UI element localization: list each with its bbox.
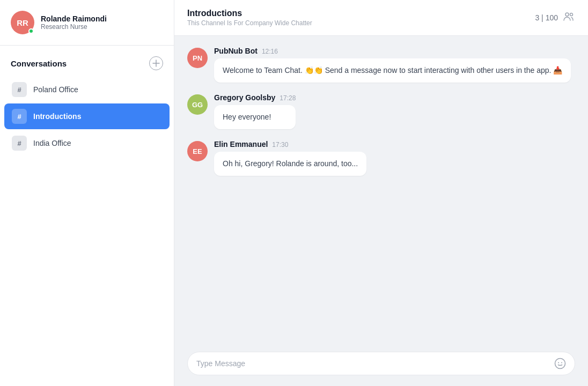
avatar: EE xyxy=(187,141,208,161)
channel-hash-icon: # xyxy=(12,136,27,151)
channel-description: This Channel Is For Company Wide Chatter xyxy=(187,19,312,27)
message-time: 12:16 xyxy=(262,48,278,55)
svg-point-5 xyxy=(558,362,559,363)
message-content: Elin Emmanuel 17:30 Oh hi, Gregory! Rola… xyxy=(214,140,366,176)
user-name: Rolande Raimondi xyxy=(41,14,107,23)
chat-header-left: Introductions This Channel Is For Compan… xyxy=(187,9,312,27)
message-bubble: Welcome to Team Chat. 👏👏 Send a message … xyxy=(214,58,571,83)
svg-point-3 xyxy=(570,13,573,16)
channel-item-india-office[interactable]: # India Office xyxy=(4,130,170,156)
online-indicator xyxy=(28,28,34,34)
svg-point-4 xyxy=(555,359,565,369)
plus-icon xyxy=(152,60,160,67)
message-bubble: Oh hi, Gregory! Rolande is around, too..… xyxy=(214,152,366,176)
svg-point-2 xyxy=(565,13,569,16)
chat-header: Introductions This Channel Is For Compan… xyxy=(174,0,588,36)
member-count: 3 | 100 xyxy=(535,13,558,22)
emoji-icon xyxy=(554,358,566,369)
svg-point-6 xyxy=(561,362,562,363)
avatar: RR xyxy=(11,11,34,34)
chat-header-right: 3 | 100 xyxy=(535,10,575,26)
messages-area: PN PubNub Bot 12:16 Welcome to Team Chat… xyxy=(174,36,588,343)
sidebar: RR Rolande Raimondi Research Nurse Conve… xyxy=(0,0,174,386)
channel-name: India Office xyxy=(33,139,71,147)
message-row: GG Gregory Goolsby 17:28 Hey everyone! xyxy=(187,93,575,129)
conversations-header: Conversations xyxy=(0,46,174,77)
avatar-initials: PN xyxy=(193,54,202,62)
message-meta: PubNub Bot 12:16 xyxy=(214,47,571,55)
main-chat: Introductions This Channel Is For Compan… xyxy=(174,0,588,386)
message-input[interactable] xyxy=(196,359,550,368)
avatar-initials: EE xyxy=(193,147,202,155)
channel-item-poland-office[interactable]: # Poland Office xyxy=(4,77,170,102)
channel-name: Introductions xyxy=(33,112,81,121)
channel-list: # Poland Office # Introductions # India … xyxy=(0,77,174,156)
message-sender: Elin Emmanuel xyxy=(214,140,268,149)
members-icon xyxy=(562,10,575,26)
message-meta: Elin Emmanuel 17:30 xyxy=(214,140,366,149)
avatar: GG xyxy=(187,94,208,115)
add-conversation-button[interactable] xyxy=(149,56,163,70)
channel-title: Introductions xyxy=(187,9,312,18)
message-content: Gregory Goolsby 17:28 Hey everyone! xyxy=(214,93,296,129)
user-info: Rolande Raimondi Research Nurse xyxy=(41,14,107,31)
avatar-initials: RR xyxy=(17,18,28,27)
message-time: 17:30 xyxy=(272,141,288,149)
channel-item-introductions[interactable]: # Introductions xyxy=(4,103,170,129)
avatar-initials: GG xyxy=(192,101,203,109)
message-bubble: Hey everyone! xyxy=(214,105,296,129)
message-meta: Gregory Goolsby 17:28 xyxy=(214,93,296,102)
channel-hash-icon: # xyxy=(12,109,27,124)
message-time: 17:28 xyxy=(280,94,296,102)
conversations-title: Conversations xyxy=(11,59,67,68)
emoji-button[interactable] xyxy=(554,358,566,369)
message-sender: PubNub Bot xyxy=(214,47,258,55)
channel-name: Poland Office xyxy=(33,85,78,94)
message-row: EE Elin Emmanuel 17:30 Oh hi, Gregory! R… xyxy=(187,140,575,176)
message-input-area xyxy=(174,343,588,386)
message-sender: Gregory Goolsby xyxy=(214,93,275,102)
channel-hash-icon: # xyxy=(12,82,27,97)
avatar: PN xyxy=(187,48,208,68)
input-wrapper xyxy=(187,352,575,375)
message-row: PN PubNub Bot 12:16 Welcome to Team Chat… xyxy=(187,47,575,83)
message-content: PubNub Bot 12:16 Welcome to Team Chat. 👏… xyxy=(214,47,571,83)
user-role: Research Nurse xyxy=(41,23,107,31)
user-profile: RR Rolande Raimondi Research Nurse xyxy=(0,0,174,46)
